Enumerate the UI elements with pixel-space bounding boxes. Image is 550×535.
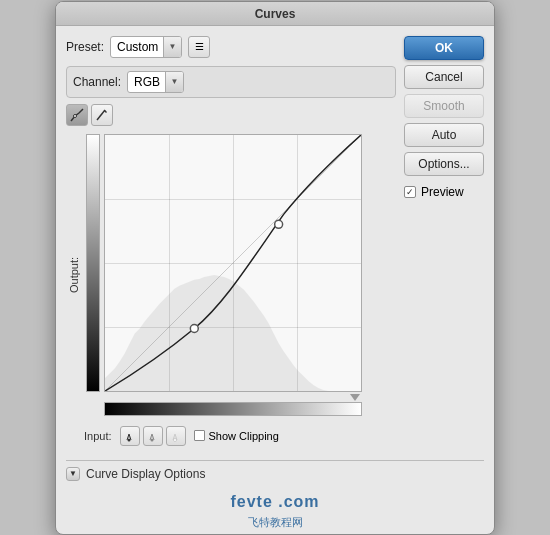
curve-tools bbox=[66, 104, 396, 126]
curve-area: Output: bbox=[66, 134, 396, 416]
show-clipping-checkbox[interactable] bbox=[194, 430, 205, 441]
preview-row: ✓ Preview bbox=[404, 185, 484, 199]
control-point-1[interactable] bbox=[190, 324, 198, 332]
preset-select[interactable]: Custom bbox=[110, 36, 182, 58]
curve-canvas[interactable] bbox=[104, 134, 362, 392]
options-button[interactable]: Options... bbox=[404, 152, 484, 176]
curve-canvas-column bbox=[104, 134, 362, 416]
disclosure-button[interactable]: ▼ bbox=[66, 467, 80, 481]
left-panel: Preset: Custom ▼ ☰ Channel: RGB ▼ bbox=[66, 36, 396, 446]
preview-checkbox[interactable]: ✓ bbox=[404, 186, 416, 198]
vertical-gradient-bar bbox=[86, 134, 100, 392]
channel-select-wrapper: RGB ▼ bbox=[127, 71, 184, 93]
curve-display-options-label: Curve Display Options bbox=[86, 467, 205, 481]
input-label: Input: bbox=[84, 430, 112, 442]
curve-svg bbox=[105, 135, 361, 391]
black-point-eyedropper[interactable] bbox=[120, 426, 140, 446]
curve-display-options: ▼ Curve Display Options bbox=[66, 460, 484, 481]
eyedropper-tools bbox=[120, 426, 186, 446]
cancel-button[interactable]: Cancel bbox=[404, 65, 484, 89]
channel-row: Channel: RGB ▼ bbox=[66, 66, 396, 98]
dialog-title: Curves bbox=[56, 2, 494, 26]
svg-point-5 bbox=[173, 438, 176, 441]
horizontal-gradient-bar bbox=[104, 402, 362, 416]
preset-menu-icon[interactable]: ☰ bbox=[188, 36, 210, 58]
preset-label: Preset: bbox=[66, 40, 104, 54]
gray-point-eyedropper[interactable] bbox=[143, 426, 163, 446]
svg-point-4 bbox=[150, 438, 153, 441]
smooth-button: Smooth bbox=[404, 94, 484, 118]
diagonal-reference bbox=[105, 135, 361, 391]
preview-label: Preview bbox=[421, 185, 464, 199]
svg-line-1 bbox=[97, 110, 105, 120]
preset-row: Preset: Custom ▼ ☰ bbox=[66, 36, 396, 58]
show-clipping-label: Show Clipping bbox=[209, 430, 279, 442]
right-panel: OK Cancel Smooth Auto Options... ✓ Previ… bbox=[404, 36, 484, 446]
curves-dialog: Curves Preset: Custom ▼ ☰ Channel: bbox=[55, 1, 495, 535]
input-row: Input: Show Clipping bbox=[84, 426, 396, 446]
curve-pencil-tool[interactable] bbox=[91, 104, 113, 126]
preset-select-wrapper: Custom ▼ bbox=[110, 36, 182, 58]
channel-label: Channel: bbox=[73, 75, 121, 89]
output-label: Output: bbox=[68, 146, 80, 404]
show-clipping-row: Show Clipping bbox=[194, 430, 279, 442]
control-point-2[interactable] bbox=[275, 220, 283, 228]
curve-canvas-section bbox=[86, 134, 362, 416]
watermark-secondary: 飞特教程网 bbox=[56, 515, 494, 534]
white-point-eyedropper[interactable] bbox=[166, 426, 186, 446]
channel-select[interactable]: RGB bbox=[127, 71, 184, 93]
auto-button[interactable]: Auto bbox=[404, 123, 484, 147]
triangle-area bbox=[104, 392, 362, 402]
watermark-primary: fevte .com bbox=[56, 487, 494, 515]
curve-point-tool[interactable] bbox=[66, 104, 88, 126]
svg-point-3 bbox=[127, 438, 130, 441]
svg-point-0 bbox=[74, 114, 77, 117]
bottom-section: ▼ Curve Display Options bbox=[56, 460, 494, 487]
ok-button[interactable]: OK bbox=[404, 36, 484, 60]
triangle-marker bbox=[350, 394, 360, 401]
